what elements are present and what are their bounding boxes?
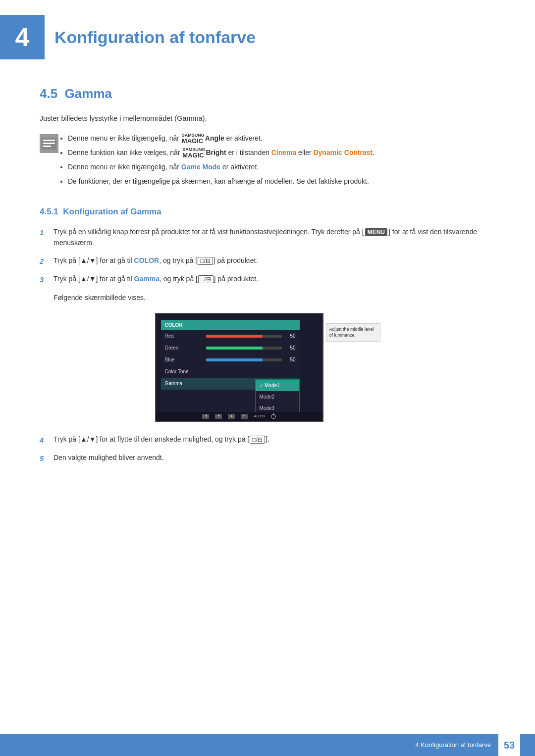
- osd-label-green: Green: [165, 344, 202, 352]
- main-content: 4.5 Gamma Juster billedets lysstyrke i m…: [0, 84, 535, 511]
- monitor-wrapper: COLOR Red 50 Green 50: [155, 313, 380, 422]
- osd-bar-green: [206, 347, 263, 350]
- note-box: Denne menu er ikke tilgængelig, når SAMS…: [40, 133, 495, 191]
- osd-btn-down: ▼: [215, 414, 222, 419]
- step-number-5: 5: [40, 453, 54, 464]
- step-4: 4 Tryk på [▲/▼] for at flytte til den øn…: [40, 434, 495, 446]
- osd-bar-blue-container: [206, 358, 282, 361]
- osd-row-colortone: Color Tone: [161, 366, 300, 378]
- osd-row-red: Red 50: [161, 330, 300, 342]
- chapter-number-box: 4: [0, 15, 45, 59]
- footer-text: 4 Konfiguration af tonfarve: [416, 740, 491, 750]
- step-text-3: Tryk på [▲/▼] for at gå til Gamma, og tr…: [54, 274, 258, 285]
- footer-page-number: 53: [498, 734, 520, 756]
- osd-bottom-buttons: ◄ ▼ ▲ ↵ AUTO: [156, 412, 322, 421]
- step-text-1: Tryk på en vilkårlig knap forrest på pro…: [54, 227, 495, 248]
- page-footer: 4 Konfiguration af tonfarve 53: [0, 734, 535, 756]
- svg-rect-2: [43, 143, 55, 144]
- step-2: 2 Tryk på [▲/▼] for at gå til COLOR, og …: [40, 255, 495, 267]
- osd-value-blue: 50: [286, 356, 296, 363]
- osd-bar-red: [206, 335, 263, 338]
- note-item-3: Denne menu er ikke tilgængelig, når Game…: [68, 162, 495, 173]
- step-5: 5 Den valgte mulighed bliver anvendt.: [40, 453, 495, 464]
- monitor-container: COLOR Red 50 Green 50: [40, 313, 495, 422]
- osd-label-colortone: Color Tone: [165, 368, 202, 375]
- note-item-4: De funktioner, der er tilgængelige på sk…: [68, 176, 495, 187]
- step-text-2: Tryk på [▲/▼] for at gå til COLOR, og tr…: [54, 255, 258, 266]
- osd-value-red: 50: [286, 332, 296, 340]
- notes-list: Denne menu er ikke tilgængelig, når SAMS…: [65, 133, 495, 191]
- subsection-heading: 4.5.1 Konfiguration af Gamma: [40, 205, 495, 218]
- svg-rect-1: [43, 140, 55, 141]
- step-3: 3 Tryk på [▲/▼] for at gå til Gamma, og …: [40, 274, 495, 286]
- step-1: 1 Tryk på en vilkårlig knap forrest på p…: [40, 227, 495, 248]
- osd-row-green: Green 50: [161, 342, 300, 354]
- intro-text: Juster billedets lysstyrke i mellemområd…: [40, 113, 495, 124]
- step-number-2: 2: [40, 256, 54, 267]
- step-text-5: Den valgte mulighed bliver anvendt.: [54, 453, 164, 463]
- osd-power-icon: [271, 414, 276, 419]
- step-number-3: 3: [40, 274, 54, 286]
- osd-btn-enter: ↵: [241, 414, 248, 419]
- osd-label-red: Red: [165, 332, 202, 340]
- osd-submenu-mode2: Mode2: [256, 391, 299, 403]
- osd-submenu-mode1: Mode1: [256, 380, 299, 392]
- osd-value-green: 50: [286, 344, 296, 352]
- note-icon: [40, 134, 58, 153]
- step-number-1: 1: [40, 227, 54, 239]
- osd-title: COLOR: [161, 320, 300, 330]
- callout-text: Adjust the middle level of luminance.: [326, 323, 380, 342]
- osd-label-gamma: Gamma: [165, 380, 202, 387]
- step-3-note: Følgende skærmbillede vises.: [54, 293, 495, 303]
- osd-label-blue: Blue: [165, 356, 202, 363]
- note-item-2: Denne funktion kan ikke vælges, når SAMS…: [68, 148, 495, 158]
- monitor-screen: COLOR Red 50 Green 50: [155, 313, 323, 422]
- callout-container: Adjust the middle level of luminance.: [326, 313, 380, 342]
- chapter-title: Konfiguration af tonfarve: [54, 25, 256, 50]
- note-item-1: Denne menu er ikke tilgængelig, når SAMS…: [68, 133, 495, 144]
- note-pencil-icon: [42, 138, 56, 150]
- osd-btn-left: ◄: [202, 414, 209, 419]
- osd-submenu: Mode1 Mode2 Mode3: [255, 379, 300, 415]
- svg-rect-3: [43, 146, 51, 147]
- osd-menu: COLOR Red 50 Green 50: [161, 320, 300, 416]
- osd-btn-up: ▲: [228, 414, 235, 419]
- step-number-4: 4: [40, 435, 54, 446]
- chapter-header: 4 Konfiguration af tonfarve: [0, 0, 535, 69]
- osd-bar-blue: [206, 358, 263, 361]
- chapter-number: 4: [15, 18, 30, 56]
- osd-bar-red-container: [206, 335, 282, 338]
- osd-auto-label: AUTO: [254, 413, 265, 419]
- osd-row-blue: Blue 50: [161, 354, 300, 366]
- osd-bar-green-container: [206, 347, 282, 350]
- step-text-4: Tryk på [▲/▼] for at flytte til den ønsk…: [54, 434, 269, 445]
- section-heading: 4.5 Gamma: [40, 84, 495, 103]
